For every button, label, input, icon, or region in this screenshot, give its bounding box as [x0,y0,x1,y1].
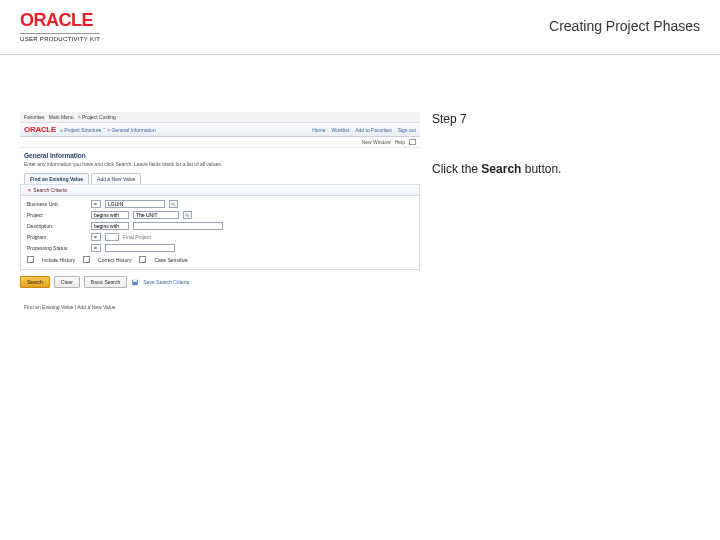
save-icon [131,279,139,286]
clear-button[interactable]: Clear [54,276,80,288]
nav-favorites[interactable]: Favorites [24,114,45,120]
brand-text: ORACLE [20,10,100,31]
app-brand: ORACLE [24,125,56,134]
lookup-icon[interactable] [183,211,192,219]
label-project: Project: [27,212,87,218]
hint-program: Final Project [123,234,151,240]
label-description: Description: [27,223,87,229]
button-row: Search Clear Basic Search Save Search Cr… [20,270,420,296]
app-screenshot: Favorites Main Menu > Project Costing OR… [20,112,420,310]
app-subbar: New Window Help [20,137,420,148]
opt-case-sensitive: Case Sensitive [154,257,187,263]
input-project[interactable] [133,211,179,219]
row-description: Description: [27,222,413,230]
subbar-new-window[interactable]: New Window [362,139,391,145]
svg-line-3 [188,216,190,218]
search-criteria-body: Business Unit: Project: Description: Pro… [20,195,420,270]
instr-post: button. [521,162,561,176]
svg-rect-5 [134,279,138,281]
row-program: Program: Final Project [27,233,413,241]
label-program: Program: [27,234,87,240]
search-button[interactable]: Search [20,276,50,288]
input-processing-status[interactable] [105,244,175,252]
label-processing-status: Processing Status: [27,245,87,251]
checkbox-include-history[interactable] [27,256,34,263]
instruction-body: Click the Search button. [432,162,561,176]
opt-correct-history: Correct History [98,257,131,263]
subbar-help[interactable]: Help [395,139,405,145]
op-description[interactable] [91,222,129,230]
basic-search-button[interactable]: Basic Search [84,276,127,288]
step-label: Step 7 [432,112,561,126]
op-project[interactable] [91,211,129,219]
checkbox-case-sensitive[interactable] [139,256,146,263]
app-brand-bar: ORACLE » Project Structure ˅ > General I… [20,123,420,137]
op-program[interactable] [91,233,101,241]
link-home[interactable]: Home [312,127,325,133]
input-description[interactable] [133,222,223,230]
checkbox-correct-history[interactable] [83,256,90,263]
tab-find-existing[interactable]: Find an Existing Value [24,173,89,184]
subbar-icon[interactable] [409,139,416,145]
instr-bold: Search [481,162,521,176]
footer-tabs-note: Find an Existing Value | Add a New Value [20,296,420,310]
svg-point-2 [186,213,188,215]
lookup-icon[interactable] [169,200,178,208]
svg-line-1 [174,205,176,207]
op-business-unit[interactable] [91,200,101,208]
breadcrumb[interactable]: » Project Structure ˅ > General Informat… [60,127,156,133]
option-row: Include History Correct History Case Sen… [27,256,413,263]
link-favorites[interactable]: Add to Favorites [355,127,391,133]
search-criteria-header[interactable]: ▼ Search Criteria [20,184,420,195]
app-topnav: Favorites Main Menu > Project Costing [20,112,420,123]
input-program[interactable] [105,233,119,241]
page-title: Creating Project Phases [549,18,700,34]
nav-mainmenu[interactable]: Main Menu [49,114,74,120]
svg-point-0 [172,202,174,204]
label-business-unit: Business Unit: [27,201,87,207]
row-processing-status: Processing Status: [27,244,413,252]
input-business-unit[interactable] [105,200,165,208]
row-project: Project: [27,211,413,219]
tab-add-new[interactable]: Add a New Value [91,173,141,184]
header-rule [0,54,720,55]
opt-include-history: Include History [42,257,75,263]
op-processing-status[interactable] [91,244,101,252]
section-title: General Information [20,148,420,161]
row-business-unit: Business Unit: [27,200,413,208]
brand-logo: ORACLE USER PRODUCTIVITY KIT [20,10,100,42]
tabs: Find an Existing Value Add a New Value [20,173,420,184]
brand-subtext: USER PRODUCTIVITY KIT [20,33,100,42]
save-search-link[interactable]: Save Search Criteria [143,279,189,285]
nav-costing[interactable]: Project Costing [82,114,116,120]
search-criteria-label: Search Criteria [33,187,66,193]
instruction-panel: Step 7 Click the Search button. [432,112,561,176]
instr-pre: Click the [432,162,481,176]
link-worklist[interactable]: Worklist [332,127,350,133]
link-signout[interactable]: Sign out [398,127,416,133]
collapse-icon: ▼ [27,187,32,193]
section-desc: Enter any information you have and click… [20,161,420,173]
